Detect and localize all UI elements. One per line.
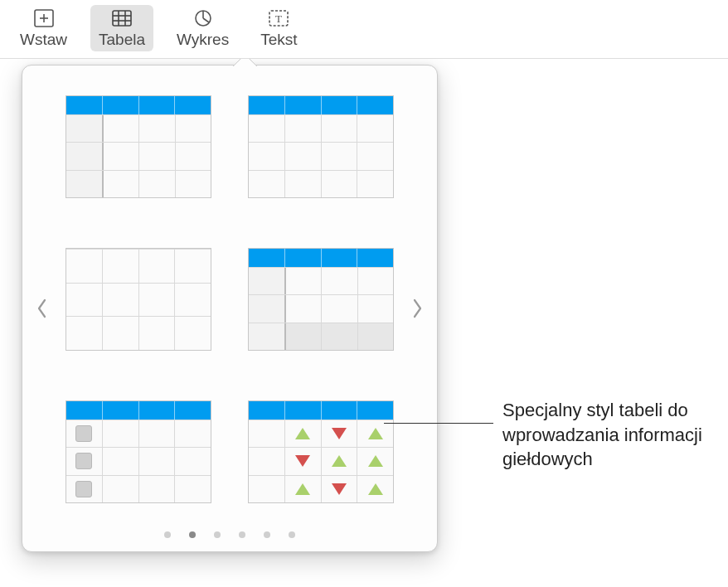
callout-text: Specjalny styl tabeli do wprowadzania in… (502, 398, 718, 472)
table-style-header-index[interactable] (66, 95, 211, 198)
table-style-plain-grid[interactable] (66, 248, 211, 351)
checkbox-icon (75, 481, 92, 497)
popover-body (22, 65, 437, 551)
table-style-header-index-footer[interactable] (248, 248, 394, 351)
table-style-stock[interactable] (248, 400, 394, 503)
table-button[interactable]: Tabela (90, 5, 153, 51)
triangle-up-icon (295, 483, 310, 495)
thumb-header-row (66, 96, 211, 114)
toolbar-label: Tekst (260, 31, 297, 49)
thumb-header-row (249, 249, 393, 267)
toolbar-label: Wykres (177, 31, 229, 49)
table-style-grid (66, 95, 394, 513)
pie-chart-icon (192, 8, 215, 28)
svg-text:T: T (275, 12, 282, 25)
triangle-up-icon (368, 455, 383, 467)
page-dot[interactable] (289, 531, 295, 538)
callout-line (384, 423, 493, 424)
table-icon (110, 8, 133, 28)
toolbar-label: Wstaw (20, 31, 67, 49)
text-button[interactable]: T Tekst (252, 5, 305, 51)
toolbar: Wstaw Tabela Wykres T (0, 0, 728, 59)
table-style-checkbox-col[interactable] (66, 400, 211, 503)
next-page-button[interactable] (400, 284, 434, 333)
page-dot[interactable] (214, 531, 221, 538)
svg-rect-3 (113, 11, 131, 26)
table-styles-popover (22, 65, 438, 552)
table-style-header-plain[interactable] (248, 95, 394, 198)
triangle-down-icon (332, 483, 347, 495)
page-dot[interactable] (239, 531, 245, 538)
thumb-header-row (66, 401, 211, 420)
thumb-header-row (249, 96, 393, 114)
chart-button[interactable]: Wykres (168, 5, 237, 51)
page-dot[interactable] (164, 531, 171, 538)
thumb-header-row (249, 401, 393, 420)
triangle-down-icon (295, 455, 310, 467)
triangle-down-icon (332, 428, 347, 439)
checkbox-icon (75, 425, 92, 442)
insert-button[interactable]: Wstaw (12, 5, 75, 51)
triangle-up-icon (295, 428, 310, 439)
toolbar-label: Tabela (99, 31, 145, 49)
triangle-up-icon (368, 483, 383, 495)
page-dot[interactable] (189, 531, 196, 538)
triangle-up-icon (332, 455, 347, 467)
page-dot[interactable] (264, 531, 270, 538)
checkbox-icon (75, 453, 92, 469)
page-indicator (22, 531, 437, 538)
triangle-up-icon (368, 428, 383, 439)
plus-box-icon (32, 8, 56, 28)
previous-page-button[interactable] (26, 284, 59, 333)
text-box-icon: T (267, 8, 290, 28)
